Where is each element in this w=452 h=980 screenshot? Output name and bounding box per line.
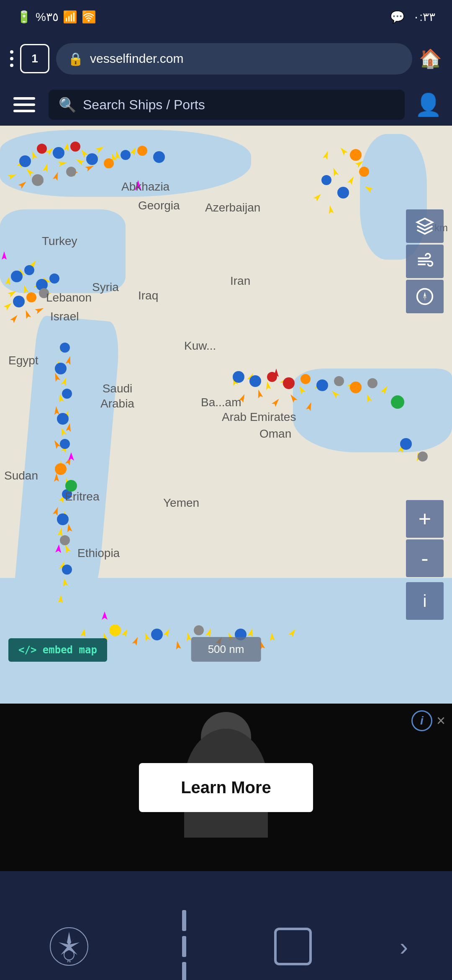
search-icon: 🔍	[59, 96, 76, 113]
bottom-nav: PA ›	[0, 913, 452, 980]
home-button[interactable]: 🏠	[419, 48, 442, 70]
ad-banner: i × Learn More	[0, 704, 452, 871]
scale-bar: 500 nm	[191, 637, 261, 662]
browser-bar: 1 🔒 vesselfinder.com 🏠	[0, 34, 452, 84]
search-bar[interactable]: 🔍 Search Ships / Ports	[49, 90, 405, 120]
mediterranean-sea	[0, 209, 126, 293]
compass-button[interactable]	[406, 280, 444, 313]
signal-icon: 📶	[63, 10, 77, 24]
svg-point-163	[64, 950, 74, 960]
persian-gulf	[293, 369, 452, 452]
status-bar: 🔋 %٣٥ 📶 🛜 💬 ٠:٣٣	[0, 0, 452, 34]
nav-bar: 🔍 Search Ships / Ports 👤	[0, 84, 452, 126]
nav-lines-button[interactable]	[182, 910, 186, 980]
zoom-in-button[interactable]: +	[406, 500, 444, 538]
map-controls-top	[406, 209, 444, 313]
url-text: vesselfinder.com	[90, 52, 401, 66]
battery-icon: 🔋	[17, 10, 31, 24]
info-button[interactable]: i	[406, 582, 444, 620]
wifi-icon: 🛜	[82, 10, 96, 24]
hamburger-menu[interactable]	[10, 94, 39, 116]
browser-menu-button[interactable]	[10, 50, 13, 67]
search-input-label: Search Ships / Ports	[83, 97, 395, 113]
tab-count[interactable]: 1	[20, 44, 49, 73]
clock: ٠:٣٣	[413, 10, 435, 24]
battery-percent: %٣٥	[36, 10, 59, 24]
embed-map-button[interactable]: </> embed map	[8, 638, 107, 662]
user-icon[interactable]: 👤	[415, 92, 442, 118]
ad-overlay: Learn More	[0, 704, 452, 871]
wind-button[interactable]	[406, 245, 444, 278]
status-left: 🔋 %٣٥ 📶 🛜	[17, 10, 96, 24]
nav-forward-button[interactable]: ›	[400, 932, 408, 961]
map-area[interactable]: Abkhazia Georgia Azerbaijan Turkey Syria…	[0, 126, 452, 704]
svg-marker-162	[59, 932, 80, 955]
svg-text:PA: PA	[67, 960, 71, 963]
url-bar[interactable]: 🔒 vesselfinder.com	[56, 43, 412, 75]
lock-icon: 🔒	[68, 52, 83, 66]
zoom-out-button[interactable]: -	[406, 539, 444, 577]
layers-button[interactable]	[406, 209, 444, 243]
message-icon: 💬	[390, 10, 405, 24]
learn-more-button[interactable]: Learn More	[139, 763, 313, 812]
arab-defense-forum-logo: PA	[44, 921, 94, 972]
status-right: 💬 ٠:٣٣	[390, 10, 435, 24]
nav-home-button[interactable]	[274, 928, 312, 965]
map-controls-zoom: + - i	[406, 500, 444, 620]
black-sea	[0, 130, 251, 197]
